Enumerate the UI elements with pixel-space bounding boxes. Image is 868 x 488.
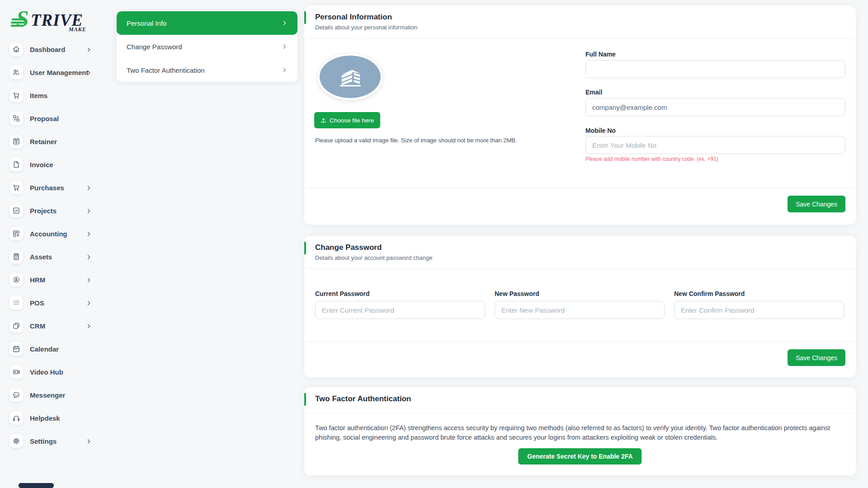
sidebar-item-label: CRM bbox=[30, 322, 45, 330]
chevron-right-icon bbox=[87, 324, 91, 329]
sidebar-item-helpdesk[interactable]: Helpdesk bbox=[0, 407, 113, 430]
confirm-password-group: New Confirm Password bbox=[674, 286, 844, 319]
chevron-right-icon bbox=[87, 231, 91, 237]
sidebar-item-accounting[interactable]: Accounting bbox=[0, 222, 113, 245]
strive-logo-graphic: S TRIVE MAKE bbox=[11, 5, 97, 33]
change-password-footer: Save Changes bbox=[304, 341, 856, 377]
sidebar-item-label: Invoice bbox=[30, 161, 53, 169]
new-password-input[interactable] bbox=[495, 301, 665, 319]
card-title: Personal Information bbox=[315, 13, 845, 22]
two-factor-card: Two Factor Authentication Two factor aut… bbox=[304, 387, 856, 475]
submenu-item-label: Two Factor Authentication bbox=[127, 66, 205, 74]
save-changes-button[interactable]: Save Changes bbox=[788, 349, 845, 366]
card-subtitle: Details about your personal information bbox=[315, 24, 845, 31]
card-title: Change Password bbox=[315, 243, 845, 252]
mobile-error-text: Please add mobile number with country co… bbox=[585, 156, 718, 162]
mobile-input[interactable] bbox=[585, 136, 845, 154]
new-password-label: New Password bbox=[495, 290, 665, 297]
sidebar-item-video-hub[interactable]: Video Hub bbox=[0, 361, 113, 384]
choose-file-label: Choose file here bbox=[330, 117, 374, 124]
sidebar-item-dashboard[interactable]: Dashboard bbox=[0, 38, 113, 61]
personal-info-header: Personal Information Details about your … bbox=[304, 5, 856, 38]
submenu-item-label: Change Password bbox=[127, 43, 182, 51]
sidebar-item-calendar[interactable]: Calendar bbox=[0, 338, 113, 361]
sidebar-item-messenger[interactable]: Messenger bbox=[0, 384, 113, 407]
current-password-input[interactable] bbox=[315, 301, 485, 319]
sidebar-item-hrm[interactable]: HRM bbox=[0, 268, 113, 291]
sidebar-item-label: Purchases bbox=[30, 184, 64, 192]
video-camera-icon bbox=[9, 365, 23, 379]
chevron-right-icon bbox=[87, 185, 91, 191]
new-password-group: New Password bbox=[495, 286, 665, 319]
sidebar-item-user-management[interactable]: User Management bbox=[0, 61, 113, 84]
sidebar-item-proposal[interactable]: Proposal bbox=[0, 107, 113, 130]
current-password-label: Current Password bbox=[315, 290, 485, 297]
chevron-right-icon bbox=[87, 47, 91, 52]
confirm-password-label: New Confirm Password bbox=[674, 290, 844, 297]
email-input[interactable] bbox=[585, 98, 845, 116]
home-icon bbox=[9, 42, 23, 56]
building-icon bbox=[336, 66, 365, 88]
sidebar-item-label: Calendar bbox=[30, 345, 59, 353]
sidebar-item-settings[interactable]: Settings bbox=[0, 430, 113, 453]
sidebar-item-invoice[interactable]: Invoice bbox=[0, 153, 113, 176]
current-password-group: Current Password bbox=[315, 286, 485, 319]
green-accent-bar bbox=[304, 11, 306, 24]
sidebar-item-items[interactable]: Items bbox=[0, 84, 113, 107]
card-title: Two Factor Authentication bbox=[315, 394, 845, 404]
sidebar-item-label: Video Hub bbox=[30, 368, 63, 376]
green-accent-bar bbox=[304, 242, 306, 254]
strive-logo[interactable]: S TRIVE MAKE bbox=[11, 5, 97, 33]
sidebar: S TRIVE MAKE Dashboard User Management I… bbox=[0, 0, 113, 488]
sidebar-item-label: Settings bbox=[30, 437, 57, 445]
two-factor-description: Two factor authentication (2FA) strength… bbox=[315, 423, 845, 442]
profile-avatar[interactable] bbox=[317, 53, 383, 100]
person-dashed-circle-icon bbox=[9, 273, 23, 286]
save-disk-icon bbox=[9, 135, 23, 148]
full-name-label: Full Name bbox=[585, 51, 616, 58]
grid-plus-icon bbox=[9, 227, 23, 240]
confirm-password-input[interactable] bbox=[674, 301, 844, 319]
horizontal-scrollbar-thumb[interactable] bbox=[19, 483, 54, 488]
chevron-right-icon bbox=[87, 439, 91, 444]
sidebar-item-assets[interactable]: Assets bbox=[0, 245, 113, 268]
chevron-right-icon bbox=[87, 300, 91, 306]
cart-icon bbox=[9, 89, 23, 102]
sidebar-item-crm[interactable]: CRM bbox=[0, 314, 113, 338]
chevron-right-icon bbox=[87, 208, 91, 214]
submenu-item-change-password[interactable]: Change Password bbox=[117, 35, 297, 58]
sidebar-item-label: HRM bbox=[30, 276, 45, 284]
sidebar-item-pos[interactable]: POS bbox=[0, 291, 113, 314]
save-changes-button[interactable]: Save Changes bbox=[788, 196, 845, 212]
change-password-header: Change Password Details about your accou… bbox=[304, 236, 856, 269]
upload-icon bbox=[321, 117, 326, 123]
chevron-right-icon bbox=[87, 254, 91, 260]
calculator-icon bbox=[9, 250, 23, 263]
card-subtitle: Details about your account password chan… bbox=[315, 254, 845, 261]
chevron-right-icon bbox=[87, 277, 91, 283]
sidebar-item-label: Proposal bbox=[30, 115, 59, 122]
full-name-input[interactable] bbox=[585, 60, 845, 78]
sidebar-item-projects[interactable]: Projects bbox=[0, 199, 113, 222]
generate-2fa-key-button[interactable]: Generate Secret Key to Enable 2FA bbox=[518, 448, 642, 465]
sidebar-item-label: Items bbox=[30, 92, 47, 99]
dots-grid-icon bbox=[9, 296, 23, 310]
email-label: Email bbox=[585, 89, 602, 96]
personal-info-footer: Save Changes bbox=[304, 188, 856, 225]
sidebar-item-purchases[interactable]: Purchases bbox=[0, 176, 113, 199]
gear-icon bbox=[9, 434, 23, 448]
transfer-squares-icon bbox=[9, 112, 23, 125]
submenu-item-two-factor[interactable]: Two Factor Authentication bbox=[117, 58, 297, 82]
choose-file-button[interactable]: Choose file here bbox=[314, 112, 380, 128]
logo-make: MAKE bbox=[68, 26, 86, 33]
sidebar-item-label: Retainer bbox=[30, 138, 57, 145]
sidebar-item-label: Assets bbox=[30, 253, 52, 261]
sidebar-nav: Dashboard User Management Items Proposal… bbox=[0, 38, 113, 453]
sidebar-item-retainer[interactable]: Retainer bbox=[0, 130, 113, 153]
submenu-item-personal-info[interactable]: Personal Info bbox=[117, 11, 297, 35]
sidebar-item-label: Projects bbox=[30, 207, 57, 215]
sidebar-item-label: User Management bbox=[30, 69, 88, 76]
chevron-right-icon bbox=[283, 20, 287, 26]
change-password-fields: Current Password New Password New Confir… bbox=[315, 286, 845, 319]
check-square-icon bbox=[9, 204, 23, 217]
